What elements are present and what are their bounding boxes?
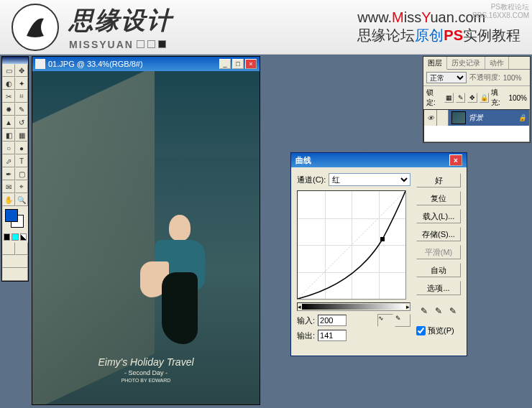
blur-tool[interactable]: ○ [2, 142, 15, 154]
output-value[interactable] [318, 330, 347, 341]
channel-select[interactable]: 红 [329, 173, 411, 186]
site-header: 思缘设计 MISSYUAN www.MissYuan.com 思缘论坛原创PS实… [0, 0, 532, 55]
layers-panel: 图层 历史记录 动作 正常 不透明度: 100% 锁定: ▦ ✎ ✥ 🔒 填充:… [423, 56, 531, 143]
marquee-tool[interactable]: ▭ [2, 64, 15, 77]
heal-tool[interactable]: ✹ [2, 103, 15, 116]
output-label: 输出: [297, 330, 315, 341]
document-canvas[interactable]: Eimy's Holiday Travel - Second Day - PHO… [32, 71, 260, 404]
lock-paint-icon[interactable]: ✎ [456, 93, 465, 103]
tab-layers[interactable]: 图层 [423, 57, 447, 70]
lock-position-icon[interactable]: ✥ [467, 93, 477, 103]
maximize-button[interactable]: □ [232, 59, 244, 69]
swap-colors-icon[interactable] [12, 233, 18, 241]
minimize-button[interactable]: _ [219, 59, 231, 69]
site-subtitle: 思缘论坛原创PS实例教程 [357, 26, 520, 45]
eyedropper-white-icon[interactable]: ✎ [446, 305, 459, 317]
bw-swatch-icon[interactable] [20, 233, 27, 241]
channel-label: 通道(C): [297, 175, 326, 185]
stamp-tool[interactable]: ▲ [2, 116, 15, 129]
eyedropper-tool[interactable]: ⌖ [15, 180, 28, 193]
load-button[interactable]: 载入(L)... [416, 209, 461, 223]
blend-mode-select[interactable]: 正常 [426, 72, 467, 83]
wand-tool[interactable]: ✦ [15, 77, 28, 90]
gradient-slider[interactable]: ◂▸ [297, 302, 411, 311]
toolbox-panel: ▭ ✥ ◐ ✦ ✂ ⌗ ✹ ✎ ▲ ↺ ◧ ▦ ○ ● ⬀ T ✒ ▢ ✉ ⌖ … [1, 56, 29, 282]
layer-item[interactable]: 👁 背景 🔒 [424, 110, 529, 126]
close-button[interactable]: × [245, 59, 257, 69]
preview-label: 预览(P) [428, 325, 454, 336]
crop-tool[interactable]: ✂ [2, 90, 15, 103]
brush-tool[interactable]: ✎ [15, 103, 28, 116]
jump-to-button[interactable] [2, 268, 28, 281]
input-label: 输入: [297, 315, 315, 326]
path-tool[interactable]: ⬀ [2, 154, 15, 167]
eyedropper-black-icon[interactable]: ✎ [418, 305, 431, 317]
layer-thumbnail[interactable] [451, 111, 466, 124]
shape-tool[interactable]: ▢ [15, 167, 28, 180]
layer-list: 👁 背景 🔒 [423, 109, 530, 142]
fill-value: 100% [508, 94, 527, 102]
save-button[interactable]: 存储(S)... [416, 227, 461, 241]
workspace: ▭ ✥ ◐ ✦ ✂ ⌗ ✹ ✎ ▲ ↺ ◧ ▦ ○ ● ⬀ T ✒ ▢ ✉ ⌖ … [0, 55, 532, 408]
image-caption: Eimy's Holiday Travel - Second Day - PHO… [32, 356, 260, 383]
type-tool[interactable]: T [15, 154, 28, 167]
svg-line-0 [298, 191, 405, 299]
link-icon[interactable] [437, 110, 449, 126]
opacity-label: 不透明度: [469, 73, 500, 83]
lock-indicator-icon: 🔒 [518, 114, 526, 121]
dialog-title: 曲线 [295, 155, 311, 166]
quick-mask-button[interactable] [15, 242, 28, 255]
curve-graph[interactable] [297, 190, 406, 300]
slice-tool[interactable]: ⌗ [15, 90, 28, 103]
lasso-tool[interactable]: ◐ [2, 77, 15, 90]
lock-transparency-icon[interactable]: ▦ [444, 93, 454, 103]
options-button[interactable]: 选项... [416, 281, 461, 295]
close-icon[interactable]: × [449, 154, 462, 166]
reset-button[interactable]: 复位 [416, 191, 461, 205]
dialog-titlebar[interactable]: 曲线 × [291, 153, 467, 167]
default-colors-icon[interactable] [4, 233, 10, 241]
screen-mode-button[interactable] [2, 255, 28, 268]
smooth-button[interactable]: 平滑(M) [416, 245, 461, 259]
visibility-icon[interactable]: 👁 [424, 110, 437, 126]
mini-swatches [2, 232, 28, 242]
logo-icon [12, 4, 59, 51]
auto-button[interactable]: 自动 [416, 263, 461, 277]
tab-history[interactable]: 历史记录 [447, 57, 485, 69]
hand-tool[interactable]: ✋ [2, 193, 15, 206]
curve-pencil-button[interactable]: ✎ [395, 314, 411, 327]
eraser-tool[interactable]: ◧ [2, 129, 15, 142]
move-tool[interactable]: ✥ [15, 64, 28, 77]
opacity-value: 100% [503, 74, 522, 82]
watermark: PS教程论坛 BBS.16XX8.COM [472, 3, 529, 20]
brand-text: 思缘设计 MISSYUAN [69, 4, 173, 50]
foreground-swatch[interactable] [5, 209, 18, 222]
dodge-tool[interactable]: ● [15, 142, 28, 154]
preview-checkbox[interactable] [416, 326, 426, 335]
standard-mode-button[interactable] [2, 242, 15, 255]
curve-point-button[interactable]: ∿ [377, 314, 393, 327]
brand-en: MISSYUAN [69, 39, 173, 50]
zoom-tool[interactable]: 🔍 [15, 193, 28, 206]
fill-label: 填充: [491, 88, 507, 108]
document-title: 01.JPG @ 33.4%(RGB/8#) [48, 60, 143, 68]
brand-cn: 思缘设计 [69, 4, 173, 37]
layer-name: 背景 [469, 113, 483, 123]
svg-rect-1 [380, 237, 385, 241]
notes-tool[interactable]: ✉ [2, 180, 15, 193]
tab-actions[interactable]: 动作 [485, 57, 509, 69]
toolbox-header[interactable] [2, 57, 28, 64]
lock-label: 锁定: [426, 88, 442, 108]
lock-all-icon[interactable]: 🔒 [480, 93, 489, 103]
history-brush-tool[interactable]: ↺ [15, 116, 28, 129]
ok-button[interactable]: 好 [416, 173, 461, 187]
input-value[interactable] [318, 315, 347, 326]
gradient-tool[interactable]: ▦ [15, 129, 28, 142]
document-titlebar[interactable]: 01.JPG @ 33.4%(RGB/8#) _ □ × [32, 57, 260, 71]
pen-tool[interactable]: ✒ [2, 167, 15, 180]
document-icon [35, 59, 45, 69]
eyedropper-gray-icon[interactable]: ✎ [432, 305, 445, 317]
curves-dialog: 曲线 × 通道(C): 红 [290, 152, 467, 356]
color-swatches[interactable] [2, 206, 28, 232]
document-window: 01.JPG @ 33.4%(RGB/8#) _ □ × Eimy's Holi… [32, 56, 260, 405]
